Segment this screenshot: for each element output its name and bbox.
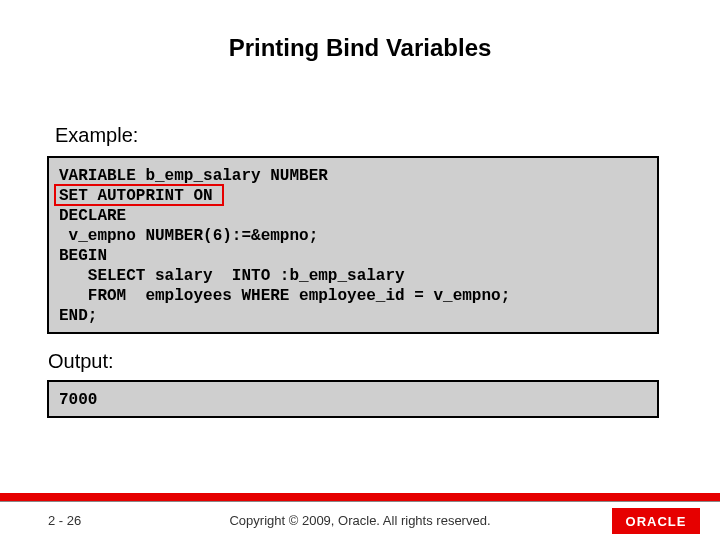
- output-box: 7000: [47, 380, 659, 418]
- example-label: Example:: [55, 124, 138, 147]
- oracle-logo: ORACLE: [612, 508, 700, 534]
- footer-red-bar: [0, 493, 720, 501]
- code-example-box: VARIABLE b_emp_salary NUMBER SET AUTOPRI…: [47, 156, 659, 334]
- footer: 2 - 26 Copyright © 2009, Oracle. All rig…: [0, 502, 720, 540]
- page-title: Printing Bind Variables: [0, 34, 720, 62]
- output-label: Output:: [48, 350, 114, 373]
